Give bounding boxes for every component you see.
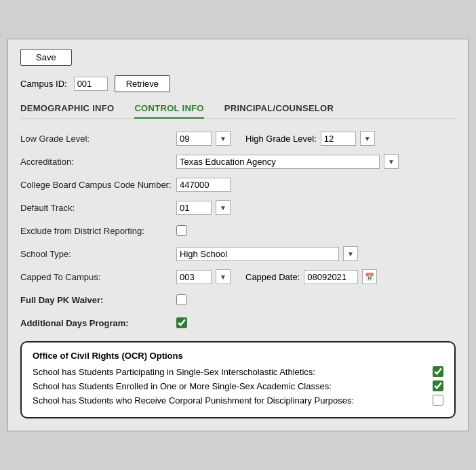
ocr-row-1: School has Students Enrolled in One or M… <box>33 380 443 391</box>
low-grade-input[interactable] <box>176 132 212 146</box>
college-board-control <box>176 178 231 192</box>
low-grade-control: ▼ High Grade Level: ▼ <box>176 131 375 146</box>
capped-to-input[interactable] <box>176 270 212 284</box>
exclude-label: Exclude from District Reporting: <box>20 226 176 236</box>
capped-control: ▼ Capped Date: 📅 <box>176 269 377 284</box>
save-button[interactable]: Save <box>20 49 72 66</box>
high-grade-label: High Grade Level: <box>245 134 317 144</box>
ocr-box: Office of Civil Rights (OCR) Options Sch… <box>20 341 456 418</box>
capped-date-input[interactable] <box>304 270 358 284</box>
default-track-input[interactable] <box>176 201 212 215</box>
ocr-label-1: School has Students Enrolled in One or M… <box>33 381 433 391</box>
additional-days-control <box>176 317 187 328</box>
tab-demographic[interactable]: DEMOGRAPHIC INFO <box>20 103 114 118</box>
campus-id-label: Campus ID: <box>20 79 67 89</box>
ocr-label-2: School has Students who Receive Corporal… <box>33 395 433 406</box>
accreditation-input[interactable] <box>176 155 380 169</box>
college-board-input[interactable] <box>176 178 231 192</box>
main-container: Save Campus ID: Retrieve DEMOGRAPHIC INF… <box>7 39 469 431</box>
grade-level-row: Low Grade Level: ▼ High Grade Level: ▼ <box>20 130 456 147</box>
capped-to-label: Capped To Campus: <box>20 272 176 282</box>
tab-principal[interactable]: PRINCIPAL/COUNSELOR <box>224 103 334 118</box>
capped-row: Capped To Campus: ▼ Capped Date: 📅 <box>20 268 456 286</box>
calendar-icon[interactable]: 📅 <box>362 269 377 284</box>
exclude-row: Exclude from District Reporting: <box>20 222 456 239</box>
full-day-pk-row: Full Day PK Waiver: <box>20 291 456 309</box>
school-type-label: School Type: <box>20 249 176 259</box>
accreditation-dropdown[interactable]: ▼ <box>384 154 399 169</box>
capped-date-label: Capped Date: <box>245 272 300 282</box>
ocr-checkbox-1[interactable] <box>433 380 443 391</box>
tabs-bar: DEMOGRAPHIC INFO CONTROL INFO PRINCIPAL/… <box>20 103 456 119</box>
high-grade-input[interactable] <box>321 132 356 146</box>
additional-days-checkbox[interactable] <box>176 317 187 328</box>
additional-days-row: Additional Days Program: <box>20 314 456 332</box>
campus-id-input[interactable] <box>74 77 108 91</box>
low-grade-dropdown[interactable]: ▼ <box>216 131 231 146</box>
accreditation-label: Accreditation: <box>20 157 176 167</box>
tab-control[interactable]: CONTROL INFO <box>134 103 203 119</box>
campus-row: Campus ID: Retrieve <box>20 75 456 92</box>
school-type-dropdown[interactable]: ▼ <box>343 246 358 261</box>
capped-to-dropdown[interactable]: ▼ <box>216 269 231 284</box>
default-track-label: Default Track: <box>20 203 176 213</box>
full-day-pk-control <box>176 294 187 305</box>
ocr-label-0: School has Students Participating in Sin… <box>33 367 433 377</box>
top-bar: Save <box>20 49 456 66</box>
default-track-dropdown[interactable]: ▼ <box>216 200 231 215</box>
retrieve-button[interactable]: Retrieve <box>115 75 170 92</box>
school-type-input[interactable] <box>176 247 339 261</box>
ocr-title: Office of Civil Rights (OCR) Options <box>33 351 443 361</box>
accreditation-row: Accreditation: ▼ <box>20 153 456 170</box>
college-board-row: College Board Campus Code Number: <box>20 176 456 193</box>
school-type-row: School Type: ▼ <box>20 245 456 262</box>
ocr-row-0: School has Students Participating in Sin… <box>33 366 443 377</box>
additional-days-label: Additional Days Program: <box>20 318 176 328</box>
default-track-control: ▼ <box>176 200 231 215</box>
full-day-pk-checkbox[interactable] <box>176 294 187 305</box>
default-track-row: Default Track: ▼ <box>20 199 456 216</box>
low-grade-label: Low Grade Level: <box>20 134 176 144</box>
high-grade-dropdown[interactable]: ▼ <box>360 131 375 146</box>
accreditation-control: ▼ <box>176 154 399 169</box>
form-section: Low Grade Level: ▼ High Grade Level: ▼ A… <box>20 130 456 332</box>
exclude-control <box>176 225 187 236</box>
school-type-control: ▼ <box>176 246 358 261</box>
ocr-checkbox-2[interactable] <box>433 395 443 406</box>
exclude-checkbox[interactable] <box>176 225 187 236</box>
college-board-label: College Board Campus Code Number: <box>20 180 176 190</box>
full-day-pk-label: Full Day PK Waiver: <box>20 295 176 305</box>
ocr-row-2: School has Students who Receive Corporal… <box>33 395 443 406</box>
ocr-checkbox-0[interactable] <box>433 366 443 377</box>
